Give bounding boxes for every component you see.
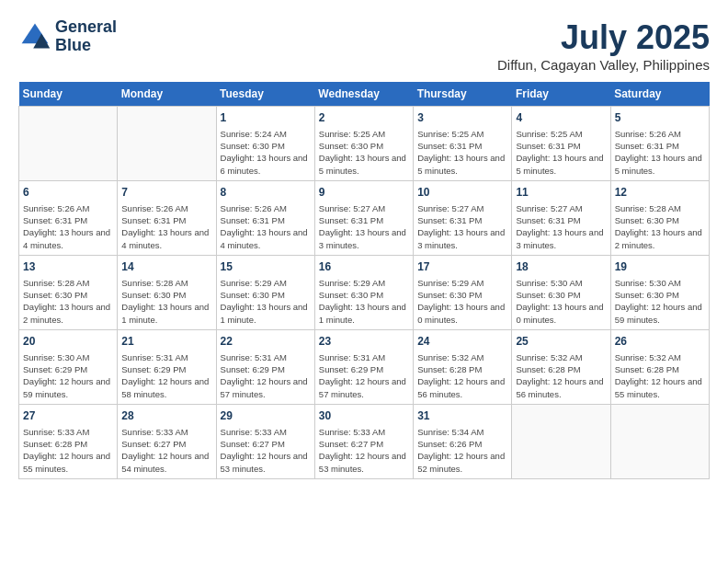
calendar-cell: 9Sunrise: 5:27 AMSunset: 6:31 PMDaylight… [314,180,413,255]
calendar-cell: 6Sunrise: 5:26 AMSunset: 6:31 PMDaylight… [19,180,118,255]
day-info: Sunrise: 5:33 AMSunset: 6:27 PMDaylight:… [319,426,409,475]
weekday-header-thursday: Thursday [414,82,512,107]
logo-text: General Blue [55,18,117,55]
day-info: Sunrise: 5:29 AMSunset: 6:30 PMDaylight:… [221,277,311,326]
calendar-cell: 24Sunrise: 5:32 AMSunset: 6:28 PMDayligh… [414,329,512,404]
calendar-cell: 30Sunrise: 5:33 AMSunset: 6:27 PMDayligh… [314,404,413,478]
calendar-cell: 5Sunrise: 5:26 AMSunset: 6:31 PMDaylight… [610,107,709,181]
page-header: General Blue July 2025 Diffun, Cagayan V… [18,18,710,73]
day-info: Sunrise: 5:32 AMSunset: 6:28 PMDaylight:… [417,351,507,400]
day-info: Sunrise: 5:28 AMSunset: 6:30 PMDaylight:… [121,277,211,326]
calendar-cell: 21Sunrise: 5:31 AMSunset: 6:29 PMDayligh… [118,329,216,404]
calendar-cell [512,404,610,478]
calendar-cell: 11Sunrise: 5:27 AMSunset: 6:31 PMDayligh… [512,180,610,255]
day-number: 6 [23,185,113,201]
calendar-cell: 17Sunrise: 5:29 AMSunset: 6:30 PMDayligh… [414,255,512,329]
week-row-2: 6Sunrise: 5:26 AMSunset: 6:31 PMDaylight… [19,180,710,255]
calendar-cell: 26Sunrise: 5:32 AMSunset: 6:28 PMDayligh… [610,329,709,404]
day-info: Sunrise: 5:25 AMSunset: 6:31 PMDaylight:… [516,128,606,177]
day-number: 17 [417,259,507,275]
week-row-5: 27Sunrise: 5:33 AMSunset: 6:28 PMDayligh… [19,404,710,478]
day-info: Sunrise: 5:29 AMSunset: 6:30 PMDaylight:… [417,277,507,326]
day-number: 16 [319,259,409,275]
calendar-cell: 1Sunrise: 5:24 AMSunset: 6:30 PMDaylight… [216,107,314,181]
day-number: 24 [417,334,507,350]
day-info: Sunrise: 5:34 AMSunset: 6:26 PMDaylight:… [417,426,507,475]
day-number: 5 [615,110,705,126]
day-info: Sunrise: 5:28 AMSunset: 6:30 PMDaylight:… [615,202,705,251]
calendar-cell: 22Sunrise: 5:31 AMSunset: 6:29 PMDayligh… [216,329,314,404]
calendar-cell: 20Sunrise: 5:30 AMSunset: 6:29 PMDayligh… [19,329,118,404]
day-number: 29 [221,408,311,424]
day-number: 14 [121,259,211,275]
day-number: 19 [615,259,705,275]
day-number: 12 [615,185,705,201]
day-number: 10 [417,185,507,201]
day-number: 23 [319,334,409,350]
calendar-cell: 3Sunrise: 5:25 AMSunset: 6:31 PMDaylight… [414,107,512,181]
day-info: Sunrise: 5:24 AMSunset: 6:30 PMDaylight:… [221,128,311,177]
day-info: Sunrise: 5:26 AMSunset: 6:31 PMDaylight:… [221,202,311,251]
day-info: Sunrise: 5:26 AMSunset: 6:31 PMDaylight:… [121,202,211,251]
day-number: 1 [221,110,311,126]
day-info: Sunrise: 5:30 AMSunset: 6:29 PMDaylight:… [23,351,113,400]
day-info: Sunrise: 5:31 AMSunset: 6:29 PMDaylight:… [221,351,311,400]
day-number: 31 [417,408,507,424]
location-title: Diffun, Cagayan Valley, Philippines [497,57,710,73]
day-info: Sunrise: 5:25 AMSunset: 6:31 PMDaylight:… [417,128,507,177]
day-info: Sunrise: 5:30 AMSunset: 6:30 PMDaylight:… [615,277,705,326]
day-number: 15 [221,259,311,275]
day-number: 11 [516,185,606,201]
week-row-3: 13Sunrise: 5:28 AMSunset: 6:30 PMDayligh… [19,255,710,329]
weekday-header-saturday: Saturday [610,82,709,107]
day-info: Sunrise: 5:26 AMSunset: 6:31 PMDaylight:… [23,202,113,251]
day-number: 20 [23,334,113,350]
calendar-cell: 25Sunrise: 5:32 AMSunset: 6:28 PMDayligh… [512,329,610,404]
calendar-cell: 8Sunrise: 5:26 AMSunset: 6:31 PMDaylight… [216,180,314,255]
weekday-header-tuesday: Tuesday [216,82,314,107]
calendar-cell: 28Sunrise: 5:33 AMSunset: 6:27 PMDayligh… [118,404,216,478]
calendar-cell: 12Sunrise: 5:28 AMSunset: 6:30 PMDayligh… [610,180,709,255]
calendar-cell: 18Sunrise: 5:30 AMSunset: 6:30 PMDayligh… [512,255,610,329]
day-number: 25 [516,334,606,350]
day-number: 2 [319,110,409,126]
calendar-cell: 10Sunrise: 5:27 AMSunset: 6:31 PMDayligh… [414,180,512,255]
logo-icon [18,20,51,53]
day-info: Sunrise: 5:32 AMSunset: 6:28 PMDaylight:… [516,351,606,400]
day-info: Sunrise: 5:33 AMSunset: 6:27 PMDaylight:… [221,426,311,475]
weekday-header-monday: Monday [118,82,216,107]
calendar-cell: 2Sunrise: 5:25 AMSunset: 6:30 PMDaylight… [314,107,413,181]
day-info: Sunrise: 5:25 AMSunset: 6:30 PMDaylight:… [319,128,409,177]
calendar-cell: 16Sunrise: 5:29 AMSunset: 6:30 PMDayligh… [314,255,413,329]
weekday-header-wednesday: Wednesday [314,82,413,107]
week-row-1: 1Sunrise: 5:24 AMSunset: 6:30 PMDaylight… [19,107,710,181]
calendar-cell [118,107,216,181]
logo: General Blue [18,18,117,55]
calendar-cell: 27Sunrise: 5:33 AMSunset: 6:28 PMDayligh… [19,404,118,478]
day-number: 3 [417,110,507,126]
day-info: Sunrise: 5:27 AMSunset: 6:31 PMDaylight:… [516,202,606,251]
calendar-cell [19,107,118,181]
month-title: July 2025 [497,18,710,57]
day-info: Sunrise: 5:33 AMSunset: 6:28 PMDaylight:… [23,426,113,475]
day-number: 26 [615,334,705,350]
day-info: Sunrise: 5:28 AMSunset: 6:30 PMDaylight:… [23,277,113,326]
calendar-cell: 4Sunrise: 5:25 AMSunset: 6:31 PMDaylight… [512,107,610,181]
calendar-cell: 31Sunrise: 5:34 AMSunset: 6:26 PMDayligh… [414,404,512,478]
calendar-cell: 7Sunrise: 5:26 AMSunset: 6:31 PMDaylight… [118,180,216,255]
day-number: 28 [121,408,211,424]
weekday-header-row: SundayMondayTuesdayWednesdayThursdayFrid… [19,82,710,107]
day-number: 18 [516,259,606,275]
calendar-cell [610,404,709,478]
day-number: 22 [221,334,311,350]
weekday-header-sunday: Sunday [19,82,118,107]
day-info: Sunrise: 5:29 AMSunset: 6:30 PMDaylight:… [319,277,409,326]
title-block: July 2025 Diffun, Cagayan Valley, Philip… [497,18,710,73]
calendar-cell: 14Sunrise: 5:28 AMSunset: 6:30 PMDayligh… [118,255,216,329]
calendar-cell: 15Sunrise: 5:29 AMSunset: 6:30 PMDayligh… [216,255,314,329]
day-number: 9 [319,185,409,201]
day-number: 21 [121,334,211,350]
day-info: Sunrise: 5:26 AMSunset: 6:31 PMDaylight:… [615,128,705,177]
day-number: 8 [221,185,311,201]
calendar-cell: 29Sunrise: 5:33 AMSunset: 6:27 PMDayligh… [216,404,314,478]
